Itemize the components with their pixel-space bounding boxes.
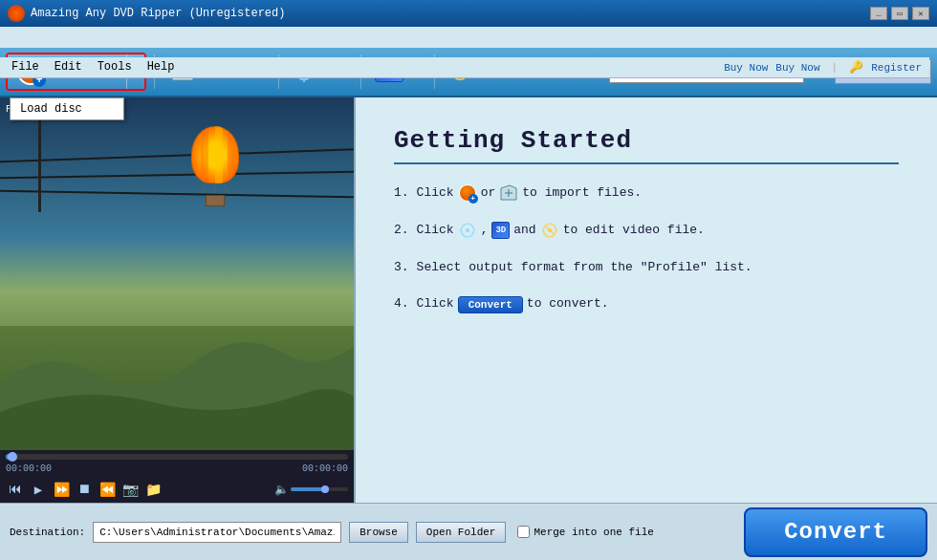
step-4-num: 4.: [394, 294, 409, 314]
destination-path[interactable]: [93, 522, 341, 543]
play-button[interactable]: ▶: [29, 480, 48, 499]
step-1-icon2: [499, 183, 518, 203]
time-start: 00:00:00: [6, 463, 52, 474]
volume-icon[interactable]: 🔈: [274, 483, 289, 497]
inline-convert-button[interactable]: Convert: [458, 296, 523, 313]
buy-now-link[interactable]: Buy Now: [724, 62, 768, 74]
step-1-text-before: Click: [417, 183, 454, 204]
time-display: 00:00:00 00:00:00: [6, 463, 348, 474]
wire-2: [0, 171, 354, 179]
step-2: 2. Click , 3D and: [394, 221, 899, 241]
browse-button[interactable]: Browse: [349, 522, 408, 543]
balloon-ropes: [191, 183, 239, 193]
step-1-content: Click + or to import files.: [417, 183, 642, 204]
fast-forward-button[interactable]: ⏩: [52, 480, 71, 499]
step-3-num: 3.: [394, 258, 409, 278]
merge-label: Merge into one file: [534, 527, 653, 538]
snapshot-button[interactable]: 📷: [120, 480, 140, 499]
volume-fill: [291, 487, 325, 491]
balloon-basket: [206, 195, 225, 206]
menu-edit[interactable]: Edit: [47, 58, 90, 75]
restore-button[interactable]: ▭: [891, 7, 908, 20]
step-4-content: Click Convert to convert.: [417, 294, 609, 314]
wire-3: [0, 190, 354, 198]
step-2-comma: ,: [481, 221, 489, 241]
register-link-text[interactable]: Register: [871, 62, 922, 74]
step-1: 1. Click + or to import files.: [394, 183, 899, 204]
step-2-text-after: to edit video file.: [563, 221, 705, 241]
video-panel: Preview: [0, 97, 356, 503]
main-content: Preview: [0, 97, 937, 503]
title-bar: Amazing Any DVD Ripper (Unregistered) _ …: [0, 0, 937, 27]
wire-1: [0, 148, 354, 162]
landscape: [0, 326, 354, 450]
svg-line-9: [203, 183, 206, 193]
progress-handle[interactable]: [8, 452, 17, 462]
open-folder-ctrl-button[interactable]: 📁: [143, 480, 163, 499]
step-2-and: and: [513, 221, 535, 241]
minimize-button[interactable]: _: [870, 7, 887, 20]
buy-now-link-text[interactable]: Buy Now: [775, 62, 819, 74]
app-title: Amazing Any DVD Ripper (Unregistered): [31, 7, 870, 20]
svg-point-15: [466, 228, 469, 232]
svg-line-11: [225, 183, 228, 193]
step-1-or: or: [481, 183, 496, 204]
svg-line-17: [546, 226, 554, 234]
close-button[interactable]: ✕: [912, 7, 929, 20]
getting-started-title: Getting Started: [394, 126, 899, 164]
load-disc-dropdown: Load disc: [10, 97, 124, 120]
merge-checkbox[interactable]: [517, 526, 530, 538]
stop-button[interactable]: ⏹: [75, 480, 94, 499]
hills-svg: [0, 326, 354, 450]
playback-bar: 00:00:00 00:00:00 ⏮ ▶ ⏩ ⏹ ⏪ 📷 📁 🔈: [0, 450, 354, 503]
window-controls: _ ▭ ✕: [870, 7, 929, 20]
volume-handle[interactable]: [321, 485, 329, 493]
step-2-text-before: Click: [417, 221, 454, 241]
right-panel: Getting Started 1. Click + or: [356, 97, 937, 503]
merge-checkbox-container: Merge into one file: [517, 526, 653, 538]
step-4-text-after: to convert.: [527, 294, 609, 314]
open-folder-button[interactable]: Open Folder: [416, 522, 507, 543]
progress-bar[interactable]: [6, 454, 348, 460]
step-3: 3. Select output format from the "Profil…: [394, 258, 899, 278]
app-logo: [8, 5, 25, 22]
step-2-content: Click , 3D and to edit: [417, 221, 705, 241]
step-2-3d-icon: 3D: [491, 222, 510, 239]
skip-back-button[interactable]: ⏮: [6, 480, 25, 499]
step-4: 4. Click Convert to convert.: [394, 294, 899, 314]
step-2-edit-icon: [540, 221, 559, 240]
menu-tools[interactable]: Tools: [90, 58, 140, 75]
video-display: Preview: [0, 97, 354, 450]
register-link[interactable]: 🔑: [849, 60, 863, 75]
time-end: 00:00:00: [302, 463, 348, 474]
step-1-load-icon: +: [459, 184, 476, 202]
top-links: File Edit Tools Help Buy Now Buy Now | 🔑…: [0, 57, 929, 78]
step-3-text: Select output format from the "Profile" …: [417, 258, 752, 278]
volume-track[interactable]: [291, 487, 348, 491]
menu-bar: File Edit Tools Help: [0, 57, 716, 78]
menu-file[interactable]: File: [4, 58, 47, 75]
step-2-clip-icon: [458, 221, 477, 240]
volume-slider: 🔈: [274, 483, 348, 497]
balloon-stripes: [191, 126, 239, 183]
convert-button[interactable]: Convert: [744, 507, 927, 557]
step-4-text-before: Click: [417, 294, 454, 314]
bottom-bar: Destination: Browse Open Folder Merge in…: [0, 503, 937, 560]
destination-label: Destination:: [10, 527, 85, 538]
prev-frame-button[interactable]: ⏪: [98, 480, 117, 499]
controls-row: ⏮ ▶ ⏩ ⏹ ⏪ 📷 📁 🔈: [6, 478, 348, 501]
step-1-text-after: to import files.: [522, 183, 642, 204]
menu-help[interactable]: Help: [140, 58, 183, 75]
step-1-icon1: +: [458, 183, 477, 203]
balloon-body: [191, 126, 239, 183]
step-1-num: 1.: [394, 183, 409, 204]
dropdown-load-disc[interactable]: Load disc: [11, 98, 123, 119]
step-2-num: 2.: [394, 221, 409, 241]
hot-air-balloon: [191, 126, 239, 206]
